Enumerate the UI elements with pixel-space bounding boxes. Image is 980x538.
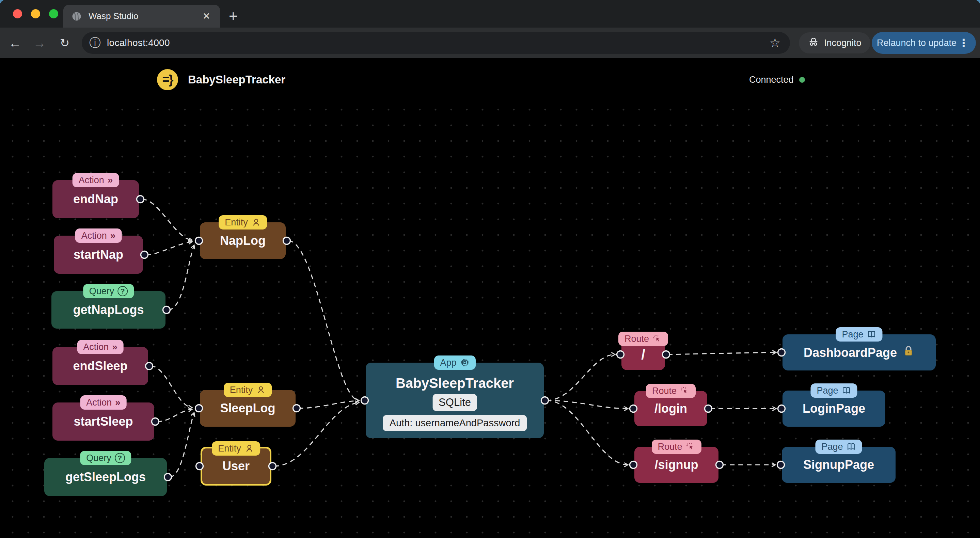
badge-label: Action [86, 397, 112, 408]
window-close-button[interactable] [13, 9, 22, 18]
tab-title: Wasp Studio [89, 11, 201, 21]
url-text[interactable]: localhost:4000 [107, 37, 770, 48]
node-label: DashboardPage [803, 345, 897, 360]
connection-status: Connected [749, 75, 805, 85]
address-bar[interactable]: ⓘ localhost:4000 ☆ [82, 32, 790, 54]
badge-label: Entity [230, 385, 253, 395]
tab-close-button[interactable]: ✕ [201, 11, 212, 22]
incognito-badge: Incognito [799, 32, 870, 54]
open-book-icon [842, 386, 851, 395]
badge-label: Action [83, 342, 109, 352]
open-book-icon [846, 442, 856, 452]
cursor-click-icon [686, 442, 695, 452]
back-button[interactable]: ← [4, 27, 26, 58]
node-SleepLog[interactable]: Entity SleepLog [200, 390, 296, 427]
traffic-lights [13, 9, 58, 18]
person-icon [245, 444, 254, 453]
studio-header: =} BabySleepTracker Connected [0, 58, 980, 102]
new-tab-button[interactable]: + [229, 6, 238, 26]
node-NapLog[interactable]: Entity NapLog [200, 222, 286, 259]
tab-favicon-icon [72, 11, 82, 21]
node-app-BabySleepTracker[interactable]: App BabySleepTracker SQLite Auth: userna… [366, 363, 544, 438]
wasp-logo-icon: =} [157, 69, 178, 90]
badge-label: Action [81, 231, 107, 241]
badge-label: Action [79, 175, 104, 186]
badge-label: Page [821, 442, 843, 452]
relaunch-label: Relaunch to update [872, 38, 958, 48]
node-User[interactable]: Entity User [200, 447, 271, 485]
db-pill: SQLite [433, 394, 477, 411]
node-endNap[interactable]: Action» endNap [52, 180, 139, 218]
badge-label: Route [625, 334, 649, 344]
question-circle-icon: ? [115, 453, 125, 463]
incognito-icon [808, 36, 819, 50]
cursor-click-icon [652, 334, 662, 344]
connection-status-label: Connected [749, 75, 794, 85]
window-zoom-button[interactable] [49, 9, 58, 18]
menu-kebab-button[interactable]: ⋮ [958, 37, 976, 49]
badge-label: Query [89, 286, 115, 296]
reload-button[interactable]: ↻ [54, 27, 76, 58]
browser-toolbar: ← → ↻ ⓘ localhost:4000 ☆ Incognito Relau… [0, 27, 980, 58]
node-route-signup[interactable]: Route /signup [635, 447, 719, 483]
tab-strip: Wasp Studio ✕ + [0, 0, 980, 27]
node-endSleep[interactable]: Action» endSleep [52, 347, 148, 385]
site-info-icon[interactable]: ⓘ [89, 35, 101, 51]
badge-label: Page [816, 385, 838, 396]
action-chevrons-icon: » [115, 397, 121, 408]
badge-label: Query [86, 453, 111, 463]
badge-label: Entity [225, 217, 248, 228]
action-chevrons-icon: » [108, 175, 113, 186]
person-icon [256, 385, 266, 395]
lock-icon [902, 345, 915, 360]
node-page-LoginPage[interactable]: Page LoginPage [783, 390, 885, 427]
connection-status-dot [799, 77, 805, 83]
node-route-login[interactable]: Route /login [635, 391, 707, 426]
node-getSleepLogs[interactable]: Query? getSleepLogs [44, 458, 167, 496]
badge-label: Route [652, 386, 676, 396]
node-startNap[interactable]: Action» startNap [54, 236, 143, 274]
auth-pill: Auth: usernameAndPassword [383, 415, 527, 431]
page-title: BabySleepTracker [188, 73, 285, 86]
incognito-label: Incognito [824, 38, 862, 48]
bookmark-star-button[interactable]: ☆ [770, 36, 783, 50]
browser-window: Wasp Studio ✕ + ← → ↻ ⓘ localhost:4000 ☆… [0, 0, 980, 538]
chip-icon [460, 358, 469, 368]
person-icon [251, 218, 261, 227]
badge-label: Entity [218, 443, 241, 454]
forward-button[interactable]: → [29, 27, 50, 58]
relaunch-button[interactable]: Relaunch to update ⋮ [872, 32, 976, 54]
open-book-icon [867, 329, 877, 339]
node-page-SignupPage[interactable]: Page SignupPage [782, 447, 896, 483]
window-minimize-button[interactable] [31, 9, 40, 18]
action-chevrons-icon: » [110, 230, 116, 241]
badge-label: Route [657, 442, 682, 452]
badge-label: Page [842, 329, 863, 340]
badge-label: App [440, 358, 456, 368]
action-chevrons-icon: » [112, 342, 118, 352]
node-route-root[interactable]: Route / [621, 339, 665, 370]
node-page-DashboardPage[interactable]: Page DashboardPage [783, 334, 936, 371]
cursor-click-icon [680, 386, 690, 396]
node-startSleep[interactable]: Action» startSleep [52, 403, 154, 441]
node-getNapLogs[interactable]: Query? getNapLogs [51, 291, 165, 329]
question-circle-icon: ? [118, 286, 128, 296]
browser-tab[interactable]: Wasp Studio ✕ [63, 5, 220, 27]
